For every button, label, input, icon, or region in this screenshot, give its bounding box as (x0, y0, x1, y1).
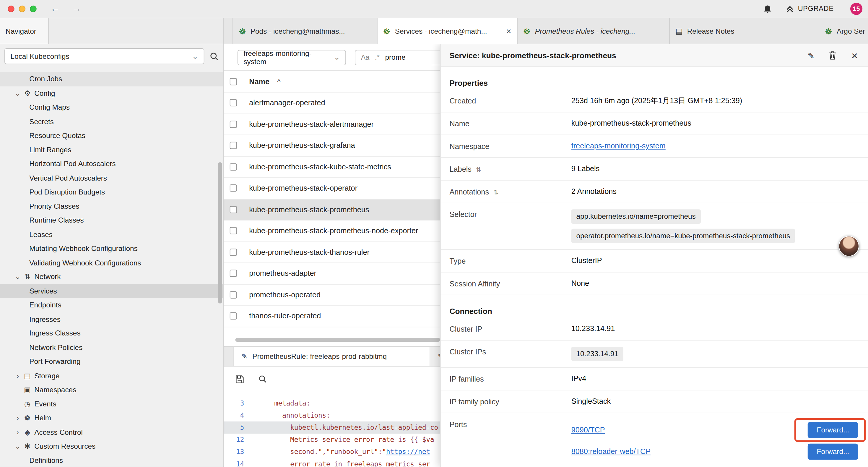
sidebar-item-definitions[interactable]: Definitions (0, 454, 223, 467)
sidebar-item-config[interactable]: ⌄⚙Config (0, 86, 223, 100)
expand-toggle-icon[interactable]: ⇅ (493, 189, 498, 195)
row-checkbox[interactable] (230, 99, 237, 107)
sidebar-item-pod-disruption-budgets[interactable]: Pod Disruption Budgets (0, 185, 223, 199)
notification-count-badge[interactable]: 15 (850, 3, 862, 15)
sidebar-item-cron-jobs[interactable]: Cron Jobs (0, 72, 223, 86)
tab-services-icecheng-math[interactable]: ☸Services - icecheng@math...✕ (378, 18, 518, 44)
regex-icon[interactable]: .* (375, 54, 380, 61)
sidebar-item-limit-ranges[interactable]: Limit Ranges (0, 143, 223, 157)
window-close-button[interactable] (8, 6, 14, 12)
chevron-right-icon[interactable]: › (13, 372, 22, 379)
port-link[interactable]: 8080:reloader-web/TCP (571, 447, 651, 457)
sidebar-item-namespaces[interactable]: ▣Namespaces (0, 383, 223, 397)
name-column-header[interactable]: Name (249, 77, 270, 85)
forward-button[interactable]: Forward... (808, 444, 858, 460)
sort-ascending-icon[interactable]: ^ (277, 77, 280, 85)
sidebar-item-access-control[interactable]: ›◈Access Control (0, 425, 223, 439)
events-icon: ◷ (22, 400, 33, 407)
sidebar-item-network[interactable]: ⌄⇅Network (0, 269, 223, 284)
history-back-button[interactable]: ← (51, 3, 60, 14)
port-row: 9090/TCPForward... (571, 419, 858, 441)
service-name: alertmanager-operated (249, 99, 325, 107)
row-checkbox[interactable] (230, 184, 237, 192)
sidebar-item-label: Endpoints (29, 301, 61, 309)
sidebar-item-secrets[interactable]: Secrets (0, 114, 223, 128)
sidebar-item-validating-webhook-configurations[interactable]: Validating Webhook Configurations (0, 256, 223, 270)
sidebar-item-ingress-classes[interactable]: Ingress Classes (0, 326, 223, 341)
detail-row-cluster-ip: Cluster IP10.233.14.91 (440, 318, 868, 341)
sidebar-item-config-maps[interactable]: Config Maps (0, 100, 223, 114)
kubeconfig-select[interactable]: Local Kubeconfigs ⌄ (4, 48, 204, 64)
expand-toggle-icon[interactable]: ⇅ (476, 166, 481, 173)
user-avatar[interactable] (839, 236, 859, 256)
delete-trash-icon[interactable] (829, 51, 837, 60)
custom-icon: ✱ (22, 443, 33, 450)
editor-search-icon[interactable] (258, 375, 267, 383)
chevron-right-icon[interactable]: › (13, 429, 22, 436)
row-checkbox[interactable] (230, 249, 237, 256)
namespace-select[interactable]: freeleaps-monitoring-system ⌄ (238, 50, 346, 65)
detail-label: Labels⇅ (450, 164, 571, 174)
line-number: 13 (224, 448, 252, 456)
row-checkbox[interactable] (230, 313, 237, 320)
tab-pods-icecheng-mathmas[interactable]: ☸Pods - icecheng@mathmas... (232, 18, 378, 44)
row-checkbox[interactable] (230, 163, 237, 170)
close-icon[interactable]: ✕ (851, 51, 858, 59)
sidebar-item-port-forwarding[interactable]: Port Forwarding (0, 354, 223, 369)
detail-row-ip-families: IP familiesIPv4 (440, 368, 868, 390)
row-checkbox[interactable] (230, 121, 237, 128)
save-icon[interactable] (235, 375, 244, 384)
horizontal-scrollbar[interactable] (235, 338, 440, 342)
line-number: 3 (224, 399, 252, 407)
match-case-icon[interactable]: Aa (361, 54, 370, 61)
sidebar-item-label: Mutating Webhook Configurations (29, 244, 138, 253)
detail-value: 10.233.14.91 (571, 347, 858, 361)
navigator-panel-tab[interactable]: Navigator (0, 18, 49, 44)
close-tab-icon[interactable]: ✕ (506, 28, 512, 35)
sidebar-item-leases[interactable]: Leases (0, 227, 223, 241)
sidebar-item-horizontal-pod-autoscalers[interactable]: Horizontal Pod Autoscalers (0, 157, 223, 171)
chevron-down-icon[interactable]: ⌄ (13, 443, 22, 450)
sidebar-item-vertical-pod-autoscalers[interactable]: Vertical Pod Autoscalers (0, 171, 223, 185)
window-zoom-button[interactable] (30, 6, 36, 12)
forward-button[interactable]: Forward... (808, 422, 858, 438)
row-checkbox[interactable] (230, 206, 237, 213)
tab-argo-ser[interactable]: ☸Argo Ser (819, 18, 868, 44)
window-minimize-button[interactable] (19, 6, 25, 12)
sidebar-search-icon[interactable] (210, 52, 219, 61)
sidebar-item-services[interactable]: Services (0, 284, 223, 298)
row-checkbox[interactable] (230, 270, 237, 277)
sidebar-item-mutating-webhook-configurations[interactable]: Mutating Webhook Configurations (0, 241, 223, 256)
detail-row-ports: Ports9090/TCPForward...8080:reloader-web… (440, 413, 868, 467)
detail-label: IP family policy (450, 397, 571, 406)
sidebar-item-runtime-classes[interactable]: Runtime Classes (0, 213, 223, 227)
sidebar-item-ingresses[interactable]: Ingresses (0, 312, 223, 326)
row-checkbox[interactable] (230, 291, 237, 298)
chevron-right-icon[interactable]: › (13, 414, 22, 421)
edit-pencil-icon[interactable]: ✎ (807, 51, 814, 59)
chevron-down-icon[interactable]: ⌄ (13, 90, 22, 97)
sidebar-scrollbar[interactable] (218, 162, 222, 303)
sidebar-item-helm[interactable]: ›☸Helm (0, 411, 223, 425)
history-forward-button[interactable]: → (72, 3, 82, 14)
sidebar-item-storage[interactable]: ›▤Storage (0, 369, 223, 383)
chevron-down-icon[interactable]: ⌄ (13, 273, 22, 280)
sidebar-item-resource-quotas[interactable]: Resource Quotas (0, 128, 223, 143)
notifications-bell-icon[interactable] (764, 4, 772, 13)
tab-release-notes[interactable]: ▤Release Notes (670, 18, 819, 44)
namespace-link[interactable]: freeleaps-monitoring-system (571, 142, 665, 150)
sidebar-item-custom-resources[interactable]: ⌄✱Custom Resources (0, 439, 223, 454)
editor-tab-prometheusrule[interactable]: ✎ PrometheusRule: freeleaps-prod-rabbitm… (233, 347, 430, 366)
upgrade-button[interactable]: UPGRADE (786, 5, 833, 13)
sidebar-item-priority-classes[interactable]: Priority Classes (0, 199, 223, 213)
sidebar-item-endpoints[interactable]: Endpoints (0, 298, 223, 312)
row-checkbox[interactable] (230, 227, 237, 234)
tab-prometheus-rules-icecheng[interactable]: ☸Prometheus Rules - icecheng... (518, 18, 670, 44)
row-checkbox[interactable] (230, 142, 237, 149)
sidebar-item-events[interactable]: ◷Events (0, 397, 223, 411)
namespace-select-value: freeleaps-monitoring-system (243, 49, 334, 66)
port-link[interactable]: 9090/TCP (571, 425, 605, 435)
sidebar-item-network-policies[interactable]: Network Policies (0, 340, 223, 354)
select-all-checkbox[interactable] (230, 78, 237, 85)
detail-label: Type (450, 256, 571, 265)
